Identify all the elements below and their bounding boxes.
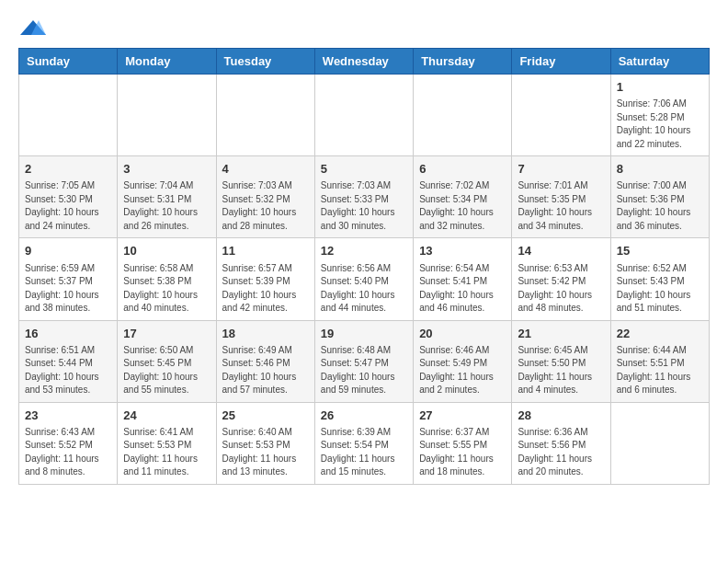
day-number: 26	[321, 408, 407, 424]
calendar-cell	[216, 75, 314, 156]
day-info: Sunrise: 6:36 AM Sunset: 5:56 PM Dayligh…	[518, 426, 604, 479]
day-info: Sunrise: 6:51 AM Sunset: 5:44 PM Dayligh…	[25, 344, 111, 397]
calendar-cell: 21Sunrise: 6:45 AM Sunset: 5:50 PM Dayli…	[512, 320, 610, 402]
day-info: Sunrise: 7:04 AM Sunset: 5:31 PM Dayligh…	[123, 179, 210, 233]
day-number: 9	[25, 243, 111, 259]
calendar-day-header: Monday	[118, 49, 216, 75]
calendar-header-row: SundayMondayTuesdayWednesdayThursdayFrid…	[19, 49, 710, 75]
day-info: Sunrise: 6:59 AM Sunset: 5:37 PM Dayligh…	[25, 262, 111, 316]
day-info: Sunrise: 7:02 AM Sunset: 5:34 PM Dayligh…	[419, 179, 506, 233]
day-number: 7	[518, 161, 604, 178]
day-info: Sunrise: 7:03 AM Sunset: 5:33 PM Dayligh…	[321, 179, 407, 233]
day-number: 17	[123, 326, 210, 342]
calendar-week-row: 9Sunrise: 6:59 AM Sunset: 5:37 PM Daylig…	[19, 238, 710, 320]
day-info: Sunrise: 7:01 AM Sunset: 5:35 PM Dayligh…	[518, 179, 604, 233]
day-number: 20	[419, 326, 506, 342]
day-number: 1	[617, 79, 703, 96]
calendar-cell: 17Sunrise: 6:50 AM Sunset: 5:45 PM Dayli…	[118, 320, 216, 402]
calendar-cell: 2Sunrise: 7:05 AM Sunset: 5:30 PM Daylig…	[19, 156, 118, 238]
day-info: Sunrise: 7:00 AM Sunset: 5:36 PM Dayligh…	[617, 179, 703, 233]
day-info: Sunrise: 6:40 AM Sunset: 5:53 PM Dayligh…	[222, 426, 309, 479]
calendar-day-header: Friday	[512, 49, 610, 75]
day-info: Sunrise: 7:03 AM Sunset: 5:32 PM Dayligh…	[222, 179, 309, 233]
calendar-day-header: Sunday	[19, 49, 118, 75]
day-number: 16	[25, 326, 111, 342]
calendar-week-row: 2Sunrise: 7:05 AM Sunset: 5:30 PM Daylig…	[19, 156, 710, 238]
calendar-cell	[610, 402, 709, 484]
calendar-cell: 26Sunrise: 6:39 AM Sunset: 5:54 PM Dayli…	[314, 402, 413, 484]
day-number: 6	[419, 161, 506, 178]
day-number: 14	[518, 243, 604, 259]
calendar-cell	[314, 75, 413, 156]
calendar-cell	[19, 75, 118, 156]
calendar-day-header: Wednesday	[314, 49, 413, 75]
day-number: 28	[518, 408, 604, 424]
day-number: 27	[419, 408, 506, 424]
calendar-day-header: Thursday	[414, 49, 512, 75]
day-number: 10	[123, 243, 210, 259]
calendar-cell: 8Sunrise: 7:00 AM Sunset: 5:36 PM Daylig…	[610, 156, 709, 238]
day-info: Sunrise: 6:57 AM Sunset: 5:39 PM Dayligh…	[222, 262, 309, 316]
day-info: Sunrise: 6:50 AM Sunset: 5:45 PM Dayligh…	[123, 344, 210, 397]
day-info: Sunrise: 6:54 AM Sunset: 5:41 PM Dayligh…	[419, 262, 506, 316]
calendar-cell: 14Sunrise: 6:53 AM Sunset: 5:42 PM Dayli…	[512, 238, 610, 320]
calendar-cell: 16Sunrise: 6:51 AM Sunset: 5:44 PM Dayli…	[19, 320, 118, 402]
page-header	[18, 18, 710, 39]
calendar-cell: 4Sunrise: 7:03 AM Sunset: 5:32 PM Daylig…	[216, 156, 314, 238]
day-number: 13	[419, 243, 506, 259]
calendar-cell: 28Sunrise: 6:36 AM Sunset: 5:56 PM Dayli…	[512, 402, 610, 484]
day-info: Sunrise: 6:46 AM Sunset: 5:49 PM Dayligh…	[419, 344, 506, 397]
calendar-cell: 9Sunrise: 6:59 AM Sunset: 5:37 PM Daylig…	[19, 238, 118, 320]
logo-icon	[20, 18, 46, 39]
day-number: 5	[321, 161, 407, 178]
day-number: 24	[123, 408, 210, 424]
day-number: 15	[617, 243, 703, 259]
calendar-cell: 10Sunrise: 6:58 AM Sunset: 5:38 PM Dayli…	[118, 238, 216, 320]
calendar-week-row: 23Sunrise: 6:43 AM Sunset: 5:52 PM Dayli…	[19, 402, 710, 484]
calendar-cell: 19Sunrise: 6:48 AM Sunset: 5:47 PM Dayli…	[314, 320, 413, 402]
day-info: Sunrise: 6:53 AM Sunset: 5:42 PM Dayligh…	[518, 262, 604, 316]
calendar-cell: 13Sunrise: 6:54 AM Sunset: 5:41 PM Dayli…	[414, 238, 512, 320]
calendar-cell: 11Sunrise: 6:57 AM Sunset: 5:39 PM Dayli…	[216, 238, 314, 320]
day-number: 4	[222, 161, 309, 178]
calendar-table: SundayMondayTuesdayWednesdayThursdayFrid…	[18, 48, 710, 485]
day-info: Sunrise: 6:44 AM Sunset: 5:51 PM Dayligh…	[617, 344, 703, 397]
calendar-week-row: 1Sunrise: 7:06 AM Sunset: 5:28 PM Daylig…	[19, 75, 710, 156]
calendar-cell: 22Sunrise: 6:44 AM Sunset: 5:51 PM Dayli…	[610, 320, 709, 402]
calendar-cell: 15Sunrise: 6:52 AM Sunset: 5:43 PM Dayli…	[610, 238, 709, 320]
day-number: 22	[617, 326, 703, 342]
day-number: 2	[25, 161, 111, 178]
calendar-cell: 12Sunrise: 6:56 AM Sunset: 5:40 PM Dayli…	[314, 238, 413, 320]
calendar-cell: 1Sunrise: 7:06 AM Sunset: 5:28 PM Daylig…	[610, 75, 709, 156]
calendar-cell: 6Sunrise: 7:02 AM Sunset: 5:34 PM Daylig…	[414, 156, 512, 238]
calendar-cell	[118, 75, 216, 156]
day-info: Sunrise: 6:45 AM Sunset: 5:50 PM Dayligh…	[518, 344, 604, 397]
day-info: Sunrise: 6:52 AM Sunset: 5:43 PM Dayligh…	[617, 262, 703, 316]
day-number: 11	[222, 243, 309, 259]
day-number: 21	[518, 326, 604, 342]
logo	[18, 18, 46, 39]
day-info: Sunrise: 6:49 AM Sunset: 5:46 PM Dayligh…	[222, 344, 309, 397]
calendar-cell: 25Sunrise: 6:40 AM Sunset: 5:53 PM Dayli…	[216, 402, 314, 484]
day-info: Sunrise: 6:37 AM Sunset: 5:55 PM Dayligh…	[419, 426, 506, 479]
day-number: 12	[321, 243, 407, 259]
calendar-cell	[512, 75, 610, 156]
day-number: 18	[222, 326, 309, 342]
calendar-day-header: Saturday	[610, 49, 709, 75]
day-info: Sunrise: 6:41 AM Sunset: 5:53 PM Dayligh…	[123, 426, 210, 479]
day-info: Sunrise: 7:06 AM Sunset: 5:28 PM Dayligh…	[617, 98, 703, 151]
calendar-week-row: 16Sunrise: 6:51 AM Sunset: 5:44 PM Dayli…	[19, 320, 710, 402]
day-number: 23	[25, 408, 111, 424]
day-info: Sunrise: 6:39 AM Sunset: 5:54 PM Dayligh…	[321, 426, 407, 479]
day-info: Sunrise: 7:05 AM Sunset: 5:30 PM Dayligh…	[25, 179, 111, 233]
day-info: Sunrise: 6:58 AM Sunset: 5:38 PM Dayligh…	[123, 262, 210, 316]
day-info: Sunrise: 6:56 AM Sunset: 5:40 PM Dayligh…	[321, 262, 407, 316]
day-number: 19	[321, 326, 407, 342]
calendar-cell: 24Sunrise: 6:41 AM Sunset: 5:53 PM Dayli…	[118, 402, 216, 484]
day-number: 3	[123, 161, 210, 178]
calendar-cell: 23Sunrise: 6:43 AM Sunset: 5:52 PM Dayli…	[19, 402, 118, 484]
calendar-cell	[414, 75, 512, 156]
day-info: Sunrise: 6:43 AM Sunset: 5:52 PM Dayligh…	[25, 426, 111, 479]
day-number: 8	[617, 161, 703, 178]
calendar-cell: 7Sunrise: 7:01 AM Sunset: 5:35 PM Daylig…	[512, 156, 610, 238]
